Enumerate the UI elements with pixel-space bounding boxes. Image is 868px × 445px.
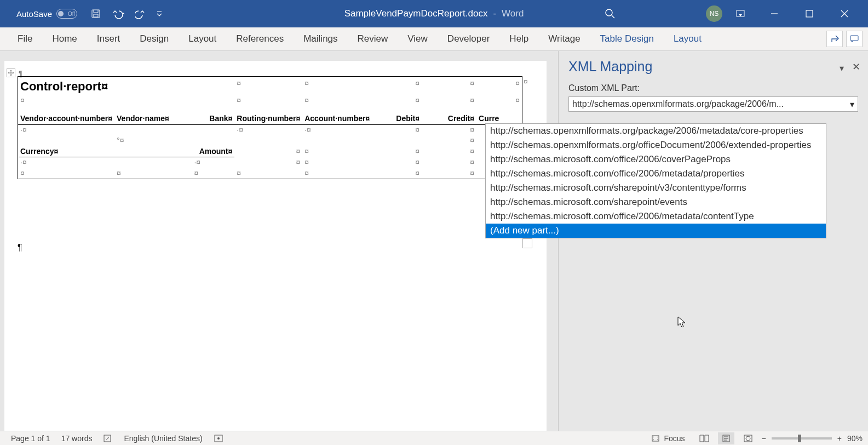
pane-close-button[interactable]: ✕ <box>852 61 860 73</box>
language-status[interactable]: English (United States) <box>118 434 208 443</box>
close-button[interactable] <box>841 10 863 18</box>
comments-button[interactable] <box>846 31 863 47</box>
table-move-handle-icon[interactable] <box>7 69 15 77</box>
focus-mode-button[interactable]: Focus <box>645 433 690 443</box>
tab-view[interactable]: View <box>398 27 438 50</box>
page-count[interactable]: Page 1 of 1 <box>5 434 56 443</box>
tab-review[interactable]: Review <box>348 27 398 50</box>
autosave-toggle[interactable]: AutoSave Off <box>16 9 77 19</box>
xml-part-option[interactable]: http://schemas.openxmlformats.org/packag… <box>486 124 826 138</box>
control-report-table[interactable]: Control·report¤ ¤¤¤¤¤ ¤ ¤¤¤¤¤ Vendor·acc… <box>18 76 522 179</box>
toggle-switch[interactable]: Off <box>56 9 77 19</box>
svg-rect-1 <box>94 14 98 17</box>
table-resize-handle-icon[interactable] <box>522 238 532 248</box>
zoom-slider[interactable] <box>772 437 832 440</box>
tab-file[interactable]: File <box>8 27 42 50</box>
xml-part-option[interactable]: http://schemas.microsoft.com/sharepoint/… <box>486 181 826 195</box>
ribbon-display-options-icon[interactable] <box>735 9 757 19</box>
tab-home[interactable]: Home <box>42 27 87 50</box>
quick-access-toolbar <box>90 8 163 19</box>
tab-design[interactable]: Design <box>130 27 179 50</box>
pane-title: XML Mapping <box>568 59 652 75</box>
autosave-label: AutoSave <box>16 9 52 19</box>
custom-xml-part-dropdown[interactable]: http://schemas.openxmlformats.org/packag… <box>485 123 826 238</box>
minimize-button[interactable] <box>771 10 792 18</box>
account-avatar[interactable]: NS <box>706 5 722 22</box>
svg-point-12 <box>746 436 750 441</box>
share-button[interactable] <box>826 31 843 47</box>
chevron-down-icon: ▾ <box>850 99 854 110</box>
report-title: Control·report¤ <box>18 77 235 95</box>
read-mode-icon[interactable] <box>696 432 712 444</box>
pane-options-icon[interactable]: ▾ <box>840 63 844 73</box>
title-bar: AutoSave Off SampleVendPaymDocReport.doc… <box>0 0 868 27</box>
document-title: SampleVendPaymDocReport.docx - Word <box>344 8 524 19</box>
tab-developer[interactable]: Developer <box>438 27 500 50</box>
word-count[interactable]: 17 words <box>56 434 98 443</box>
tab-table-design[interactable]: Table Design <box>590 27 664 50</box>
zoom-level[interactable]: 90% <box>847 434 863 443</box>
xml-part-option-add-new[interactable]: (Add new part...) <box>486 224 826 238</box>
svg-rect-5 <box>850 36 858 41</box>
cursor-icon <box>677 316 688 329</box>
xml-mapping-pane: XML Mapping ▾ ✕ Custom XML Part: http://… <box>559 51 868 431</box>
tab-writage[interactable]: Writage <box>538 27 590 50</box>
save-icon[interactable] <box>90 8 101 19</box>
custom-xml-part-label: Custom XML Part: <box>568 83 858 93</box>
xml-part-option[interactable]: http://schemas.microsoft.com/sharepoint/… <box>486 195 826 209</box>
tab-table-layout[interactable]: Layout <box>664 27 711 50</box>
xml-part-option[interactable]: http://schemas.microsoft.com/office/2006… <box>486 209 826 224</box>
tab-mailings[interactable]: Mailings <box>294 27 347 50</box>
xml-part-option[interactable]: http://schemas.openxmlformats.org/office… <box>486 138 826 152</box>
search-icon[interactable] <box>604 8 616 20</box>
tab-layout[interactable]: Layout <box>179 27 226 50</box>
maximize-button[interactable] <box>806 10 827 18</box>
status-bar: Page 1 of 1 17 words English (United Sta… <box>0 431 868 445</box>
spellcheck-icon[interactable] <box>97 433 118 443</box>
svg-rect-6 <box>104 435 111 442</box>
svg-rect-4 <box>806 10 813 17</box>
qat-more-icon[interactable] <box>156 8 163 19</box>
xml-part-option[interactable]: http://schemas.microsoft.com/office/2006… <box>486 152 826 167</box>
print-layout-icon[interactable] <box>718 432 734 444</box>
svg-point-2 <box>606 9 612 16</box>
tab-help[interactable]: Help <box>499 27 538 50</box>
page: ¶ Control·report¤ ¤¤¤¤¤ ¤ ¤¤¤¤¤ <box>4 61 547 431</box>
web-layout-icon[interactable] <box>740 432 756 444</box>
undo-icon[interactable] <box>111 8 125 19</box>
tab-references[interactable]: References <box>226 27 294 50</box>
tab-insert[interactable]: Insert <box>87 27 130 50</box>
redo-icon[interactable] <box>135 8 146 19</box>
macro-icon[interactable] <box>208 433 229 443</box>
document-canvas[interactable]: ¶ Control·report¤ ¤¤¤¤¤ ¤ ¤¤¤¤¤ <box>0 51 559 431</box>
xml-part-option[interactable]: http://schemas.microsoft.com/office/2006… <box>486 167 826 181</box>
paragraph-mark-icon: ¶ <box>18 243 22 253</box>
zoom-out-button[interactable]: − <box>762 434 766 443</box>
svg-point-8 <box>217 437 220 440</box>
ribbon-tabs: File Home Insert Design Layout Reference… <box>0 27 868 51</box>
custom-xml-part-combo[interactable]: http://schemas.openxmlformats.org/packag… <box>568 96 858 112</box>
svg-rect-0 <box>92 10 100 18</box>
zoom-in-button[interactable]: + <box>837 434 842 443</box>
